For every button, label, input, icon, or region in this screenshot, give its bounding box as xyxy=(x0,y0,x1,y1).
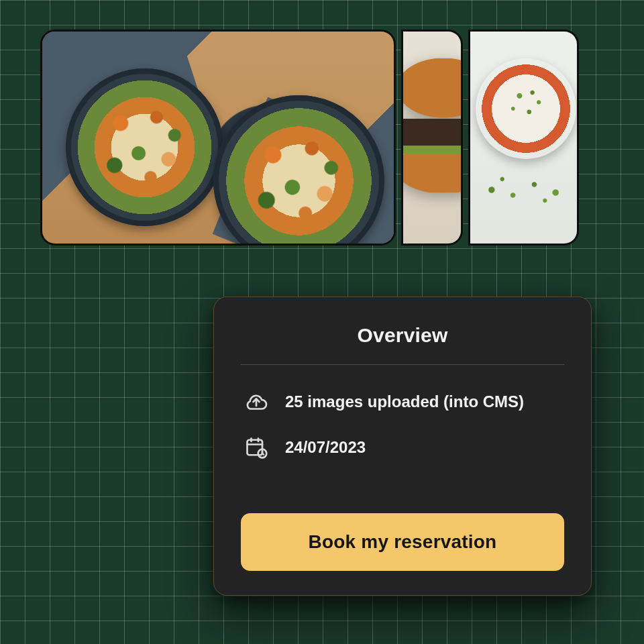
gallery-image-1[interactable] xyxy=(40,30,396,246)
gallery-image-3[interactable] xyxy=(468,30,579,246)
svg-rect-0 xyxy=(248,440,263,455)
calendar-clock-icon xyxy=(244,435,269,460)
date-row: 24/07/2023 xyxy=(244,435,564,460)
overview-title: Overview xyxy=(241,324,564,365)
date-text: 24/07/2023 xyxy=(285,438,366,457)
overview-card: Overview 25 images uploaded (into CMS) xyxy=(213,297,592,596)
noodle-bowls-photo xyxy=(42,32,394,244)
upload-status-row: 25 images uploaded (into CMS) xyxy=(244,389,564,415)
upload-status-text: 25 images uploaded (into CMS) xyxy=(285,392,524,411)
cloud-upload-icon xyxy=(244,389,269,415)
gallery-image-2[interactable] xyxy=(401,30,463,246)
dip-photo xyxy=(470,32,577,244)
overview-info-list: 25 images uploaded (into CMS) 24/07/2023 xyxy=(241,389,564,460)
image-gallery xyxy=(40,30,584,246)
book-reservation-button[interactable]: Book my reservation xyxy=(241,513,564,571)
burger-photo xyxy=(403,32,461,244)
